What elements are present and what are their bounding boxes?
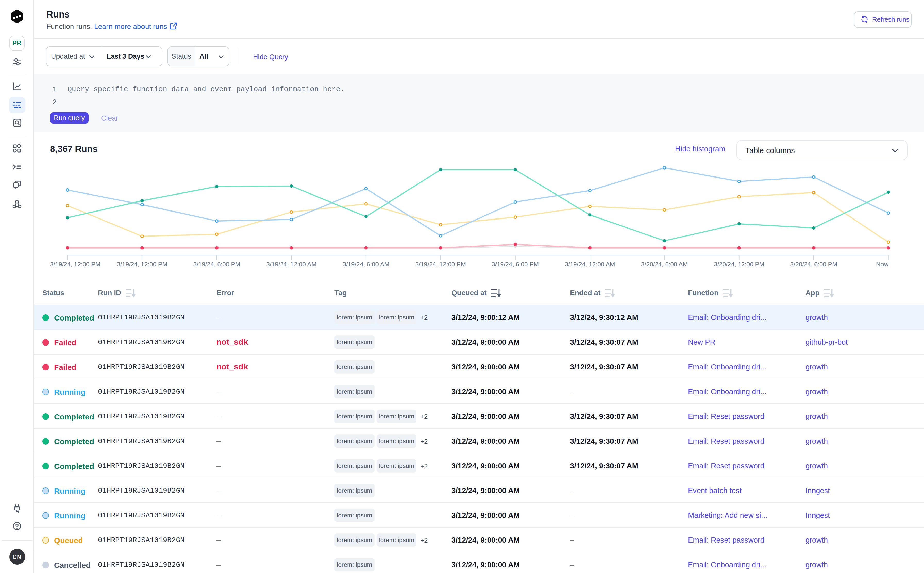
svg-text:3/20/24, 6:00 PM: 3/20/24, 6:00 PM [790, 261, 838, 268]
svg-text:3/19/24, 6:00 AM: 3/19/24, 6:00 AM [343, 261, 389, 268]
svg-text:3/19/24, 12:00 PM: 3/19/24, 12:00 PM [117, 261, 168, 268]
svg-text:3/19/24, 12:00 AM: 3/19/24, 12:00 AM [565, 261, 615, 268]
svg-text:3/19/24, 12:00 PM: 3/19/24, 12:00 PM [50, 261, 100, 268]
svg-text:3/19/24, 6:00 PM: 3/19/24, 6:00 PM [193, 261, 240, 268]
svg-text:Now: Now [876, 261, 889, 268]
svg-text:3/19/24, 6:00 PM: 3/19/24, 6:00 PM [492, 261, 539, 268]
svg-text:3/20/24, 12:00 PM: 3/20/24, 12:00 PM [714, 261, 764, 268]
svg-text:3/19/24, 12:00 PM: 3/19/24, 12:00 PM [415, 261, 466, 268]
svg-text:3/19/24, 12:00 AM: 3/19/24, 12:00 AM [266, 261, 316, 268]
svg-text:3/20/24, 6:00 AM: 3/20/24, 6:00 AM [641, 261, 688, 268]
